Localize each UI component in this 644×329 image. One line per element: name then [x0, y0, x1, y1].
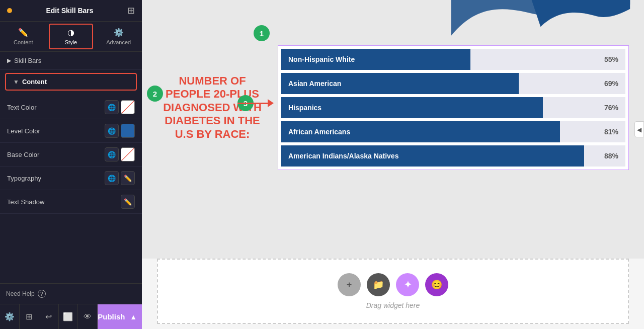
bar-pct-2: 76%: [604, 104, 618, 112]
pencil-icon-2: ✏️: [124, 198, 132, 206]
bar-pct-0: 55%: [604, 55, 618, 63]
arrow-3-head: [268, 99, 274, 107]
level-color-swatch[interactable]: [121, 124, 135, 138]
bar-label-4: American Indians/Alaska Natives: [288, 152, 398, 160]
content-icon: ✏️: [18, 28, 28, 37]
annotation-2-number: 2: [153, 90, 157, 98]
canvas-area: 1 2 NUMBER OF PEOPLE 20-PLUS DIAGNOSED W…: [142, 0, 644, 259]
drag-icons-row: + 📁 ✦ 😊: [338, 273, 448, 296]
panel-header: Edit Skill Bars ⊞: [0, 0, 142, 22]
panel-collapse-arrow[interactable]: ◀: [634, 121, 644, 137]
text-color-globe[interactable]: 🌐: [105, 100, 119, 114]
template-icon: ⬜: [63, 312, 73, 321]
eye-button[interactable]: 👁: [78, 304, 98, 330]
option-base-color: Base Color 🌐: [0, 143, 142, 167]
drag-widget-area[interactable]: + 📁 ✦ 😊 Drag widget here: [157, 259, 629, 324]
eye-icon: 👁: [84, 312, 92, 321]
folder-icon: 📁: [373, 279, 384, 290]
level-color-controls: 🌐: [105, 124, 135, 138]
typography-label: Typography: [7, 175, 41, 182]
base-color-label: Base Color: [7, 151, 39, 158]
chevron-right-icon: ▶: [7, 57, 11, 64]
base-color-controls: 🌐: [105, 147, 135, 161]
tab-style[interactable]: ◑ Style: [49, 24, 94, 49]
layers-icon: ⊞: [26, 312, 32, 321]
globe-icon-3: 🌐: [108, 151, 116, 158]
plus-icon: +: [347, 280, 352, 290]
skill-bars-section[interactable]: ▶ Skill Bars: [0, 52, 142, 70]
level-color-globe[interactable]: 🌐: [105, 124, 119, 138]
bar-row-2: Hispanics 76%: [281, 97, 625, 118]
grid-icon[interactable]: ⊞: [127, 5, 135, 16]
history-button[interactable]: ↩: [39, 304, 59, 330]
section-label: Skill Bars: [14, 57, 41, 64]
text-shadow-pencil[interactable]: ✏️: [121, 195, 135, 209]
template-button[interactable]: ⬜: [59, 304, 78, 330]
main-area: 1 2 NUMBER OF PEOPLE 20-PLUS DIAGNOSED W…: [142, 0, 644, 329]
widget-container: 2 NUMBER OF PEOPLE 20-PLUS DIAGNOSED WIT…: [157, 45, 629, 175]
history-icon: ↩: [45, 312, 52, 321]
magic-button[interactable]: ✦: [396, 273, 419, 296]
text-shadow-label: Text Shadow: [7, 198, 44, 206]
bar-row-3: African Americans 81%: [281, 121, 625, 142]
tab-advanced[interactable]: ⚙️ Advanced: [95, 22, 142, 51]
chevron-up-icon: ▲: [130, 313, 137, 321]
layers-button[interactable]: ⊞: [20, 304, 39, 330]
tab-bar: ✏️ Content ◑ Style ⚙️ Advanced: [0, 22, 142, 52]
globe-icon-2: 🌐: [108, 127, 116, 135]
help-label: Need Help: [6, 290, 35, 297]
level-color-label: Level Color: [7, 127, 40, 135]
bar-row-1: Asian American 69%: [281, 73, 625, 94]
globe-icon: 🌐: [108, 104, 116, 111]
skill-bars-container: Non-Hispanic White 55% Asian American 69…: [278, 45, 629, 170]
arrow-3: [237, 99, 274, 107]
tab-content[interactable]: ✏️ Content: [0, 22, 47, 51]
annotation-2: 2: [147, 86, 163, 102]
options-area: Text Color 🌐 Level Color 🌐 Base Color: [0, 94, 142, 283]
content-label: Content: [22, 78, 47, 86]
annotation-1: 1: [254, 25, 270, 41]
style-icon: ◑: [67, 28, 74, 37]
bar-label-0: Non-Hispanic White: [288, 55, 355, 63]
map-image: [392, 0, 644, 40]
panel-title: Edit Skill Bars: [46, 7, 93, 15]
typography-globe[interactable]: 🌐: [105, 171, 119, 185]
bar-row-0: Non-Hispanic White 55%: [281, 49, 625, 70]
help-section[interactable]: Need Help ?: [0, 283, 142, 304]
arrow-to-style: [207, 32, 208, 33]
folder-button[interactable]: 📁: [367, 273, 390, 296]
content-block[interactable]: ▼ Content: [5, 73, 137, 91]
advanced-icon: ⚙️: [114, 28, 124, 37]
left-panel: Edit Skill Bars ⊞ ✏️ Content ◑ Style ⚙️ …: [0, 0, 142, 329]
bars-section: 3 Non-Hispanic White 55%: [278, 45, 629, 170]
option-text-shadow: Text Shadow ✏️: [0, 190, 142, 214]
drag-text: Drag widget here: [366, 301, 420, 309]
option-typography: Typography 🌐 ✏️: [0, 167, 142, 190]
gear-button[interactable]: ⚙️: [0, 304, 20, 330]
window-controls: [7, 8, 12, 13]
text-color-controls: 🌐: [105, 100, 135, 114]
text-shadow-controls: ✏️: [121, 195, 135, 209]
arrow-spacer: [207, 32, 208, 33]
gear-icon: ⚙️: [5, 312, 15, 321]
base-color-globe[interactable]: 🌐: [105, 147, 119, 161]
chevron-down-icon: ▼: [13, 78, 19, 86]
bar-label-1: Asian American: [288, 79, 341, 88]
option-level-color: Level Color 🌐: [0, 119, 142, 143]
typography-pencil[interactable]: ✏️: [121, 171, 135, 185]
magic-icon: ✦: [404, 279, 412, 290]
publish-button[interactable]: Publish: [98, 304, 125, 330]
chevron-up-button[interactable]: ▲: [125, 304, 142, 330]
typography-controls: 🌐 ✏️: [105, 171, 135, 185]
pencil-icon: ✏️: [124, 175, 132, 182]
annotation-1-number: 1: [260, 29, 264, 38]
bar-label-2: Hispanics: [288, 104, 321, 112]
bottom-bar: ⚙️ ⊞ ↩ ⬜ 👁 Publish ▲: [0, 304, 142, 329]
arrow-3-body: [237, 103, 268, 104]
text-color-label: Text Color: [7, 104, 37, 111]
text-color-swatch[interactable]: [121, 100, 135, 114]
bar-pct-1: 69%: [604, 79, 618, 88]
emoji-button[interactable]: 😊: [425, 273, 448, 296]
base-color-swatch[interactable]: [121, 147, 135, 161]
add-widget-button[interactable]: +: [338, 273, 361, 296]
